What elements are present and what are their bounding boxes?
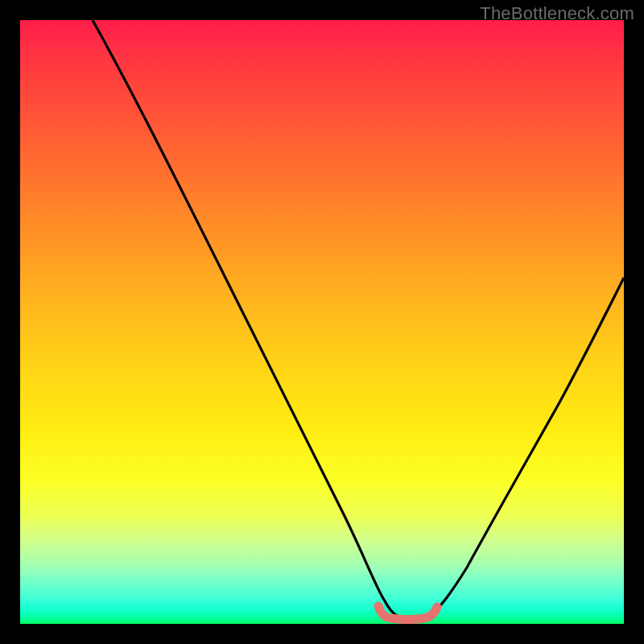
curve-svg — [20, 20, 624, 624]
chart-frame: TheBottleneck.com — [0, 0, 644, 644]
watermark-text: TheBottleneck.com — [480, 3, 634, 24]
plot-area — [20, 20, 624, 624]
main-curve-path — [93, 20, 624, 617]
trough-highlight-path — [378, 606, 437, 620]
